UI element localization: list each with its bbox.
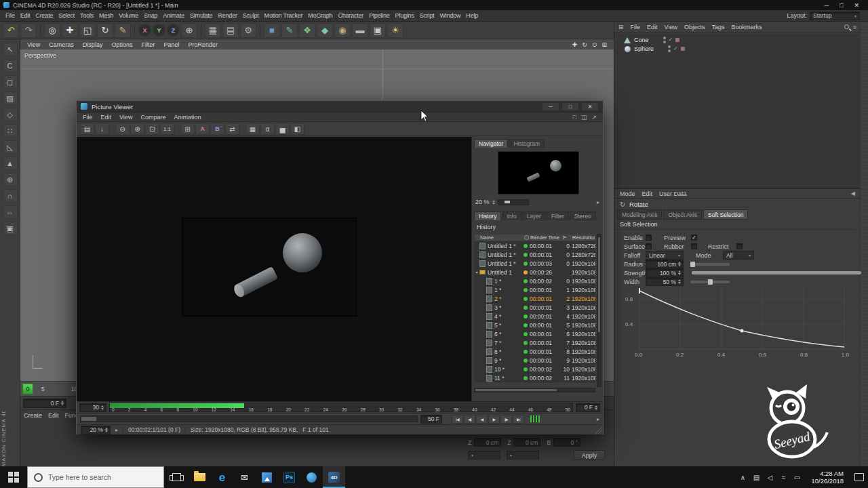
fps-field[interactable]: 30 [79,403,106,412]
objects-menu-item[interactable]: File [631,24,641,30]
objects-menu-item[interactable]: View [665,24,677,30]
layer-color-icon[interactable] [681,47,685,51]
history-row[interactable]: Untitled 1 * 00:00:01 0 868x488 [474,241,595,250]
zoom-out-icon[interactable]: ⊖ [115,123,130,135]
play-reverse-button[interactable]: ◀ [476,415,488,424]
alpha-channel-icon[interactable]: α [260,123,275,135]
channels-icon[interactable]: ▦ [245,123,260,135]
rotate-icon[interactable]: ↻ [97,23,113,38]
spinner-icon[interactable] [61,401,64,405]
window-close-button[interactable]: ✕ [854,2,859,9]
attributes-menu-item[interactable]: Edit [642,190,653,197]
workplane-icon[interactable]: ◇ [3,108,18,121]
timeline-scrollbar[interactable] [80,415,418,422]
materials-menu-item[interactable]: Function [65,412,76,419]
viewport-menu-item[interactable]: View [27,41,40,48]
menu-item[interactable]: Volume [116,12,141,19]
section-header[interactable]: Soft Selection [614,221,855,230]
toolbar-divider[interactable] [175,123,180,135]
floor-icon[interactable]: ▬ [352,23,368,38]
axis-z-icon[interactable]: Z [167,24,180,37]
save-icon[interactable]: ↓ [95,123,109,135]
enable-axis-icon[interactable]: ⊕ [3,173,18,186]
history-row[interactable]: 8 * 00:00:01 8 1920x1080 [474,347,595,356]
navigator-thumbnail[interactable] [498,151,579,195]
onedrive-icon[interactable]: ▤ [753,474,760,481]
coordinate-field[interactable]: 0 cm [474,438,501,447]
viewport-menu-item[interactable]: Panel [163,41,179,48]
prev-key-button[interactable]: ◀| [464,415,475,424]
history-row[interactable]: 5 * 00:00:01 5 1920x1080 [474,321,595,329]
layout-split-icon[interactable]: ◫ [581,114,587,121]
picture-viewer-titlebar[interactable]: Picture Viewer ─ □ ✕ [77,101,603,113]
width-slider[interactable] [690,281,730,283]
navigator-tab[interactable]: Navigator [474,139,508,148]
battery-icon[interactable]: ▭ [793,474,800,481]
vertical-scrollbar[interactable] [597,234,601,387]
menu-item[interactable]: Window [437,12,464,19]
resize-grip[interactable] [595,427,602,434]
start-button[interactable] [0,466,27,488]
network-icon[interactable]: ≈ [780,474,787,481]
menu-item[interactable]: Sculpt [240,12,262,19]
history-row[interactable]: 9 * 00:00:01 9 1920x1080 [474,356,595,365]
make-editable-icon[interactable]: C [3,59,18,73]
object-item[interactable]: Cone ✓ [614,35,861,44]
mirror-icon[interactable]: ⇔ [3,205,18,219]
render-canvas[interactable] [77,137,472,401]
panel-grid-icon[interactable]: ⊞ [618,24,624,30]
pv-minimize-button[interactable]: ─ [542,102,559,111]
detach-icon[interactable]: ↗ [591,114,597,121]
menu-item[interactable]: File [3,12,18,19]
pv-menu-item[interactable]: Compare [140,114,165,121]
menu-item[interactable]: Tools [77,12,96,19]
action-center-icon[interactable] [854,473,864,481]
menu-item[interactable]: Character [335,12,366,19]
attributes-menu-item[interactable]: User Data [659,190,687,197]
viewport-menu-item[interactable]: Options [111,41,132,48]
taskbar-search[interactable] [27,466,164,488]
zoom-in-icon[interactable]: ⊕ [130,123,144,135]
histogram-icon[interactable]: ▅ [275,123,290,135]
volume-icon[interactable]: ◁ [766,474,773,481]
zoom-actual-icon[interactable]: 1:1 [160,123,174,135]
fullscreen-icon[interactable]: ⊞ [180,123,195,135]
navigator-tab[interactable]: Histogram [509,139,545,148]
pv-menu-item[interactable]: Animation [174,114,201,121]
browser-icon[interactable] [300,466,323,488]
menu-item[interactable]: Mesh [96,12,116,19]
search-icon[interactable] [844,24,849,29]
falloff-curve-graph[interactable]: 0.8 0.4 0.00.20.40.60.81.0 [614,287,861,363]
expand-arrow-icon[interactable]: ▸ [597,199,599,205]
photos-icon[interactable] [256,466,278,488]
pv-close-button[interactable]: ✕ [581,102,599,111]
history-row[interactable]: Untitled 1 00:00:26 1920x1080 [474,268,595,277]
menu-item[interactable]: Help [463,12,481,19]
apply-button[interactable]: Apply [574,450,605,460]
window-maximize-button[interactable]: □ [840,2,843,9]
play-button[interactable]: ▶ [488,415,500,424]
end-frame-field[interactable]: 0 F [576,403,600,412]
menu-item[interactable]: Animate [160,12,187,19]
history-row[interactable]: 4 * 00:00:01 4 1920x1080 [474,312,595,321]
add-cube-icon[interactable]: ■ [264,23,280,38]
next-key-button[interactable]: |▶ [500,415,512,424]
viewport-menu-item[interactable]: Display [83,41,103,48]
menu-item[interactable]: Snap [141,12,160,19]
objects-menu-item[interactable]: Objects [684,24,705,30]
pv-frame-ruler[interactable]: 0246810121416182022242628303234363840424… [109,403,573,412]
viewport-menu-item[interactable]: Filter [141,41,155,48]
current-frame-field[interactable]: 0 F [23,399,66,408]
model-mode-icon[interactable]: ◻ [3,75,18,89]
attribute-tab[interactable]: Soft Selection [703,209,748,220]
timeline-marker[interactable]: 0 [22,384,33,394]
volume-icon[interactable]: ◆ [317,23,333,38]
viewport-label[interactable]: Perspective [24,52,56,59]
width-field[interactable]: 50 % [646,277,684,286]
search-input[interactable] [48,473,150,481]
mode-select[interactable]: All [723,251,754,260]
attribute-tab[interactable]: Object Axis [663,209,702,220]
window-minimize-button[interactable]: ─ [825,2,829,9]
camera-icon[interactable]: ▣ [370,23,386,38]
menu-item[interactable]: Simulate [187,12,215,19]
